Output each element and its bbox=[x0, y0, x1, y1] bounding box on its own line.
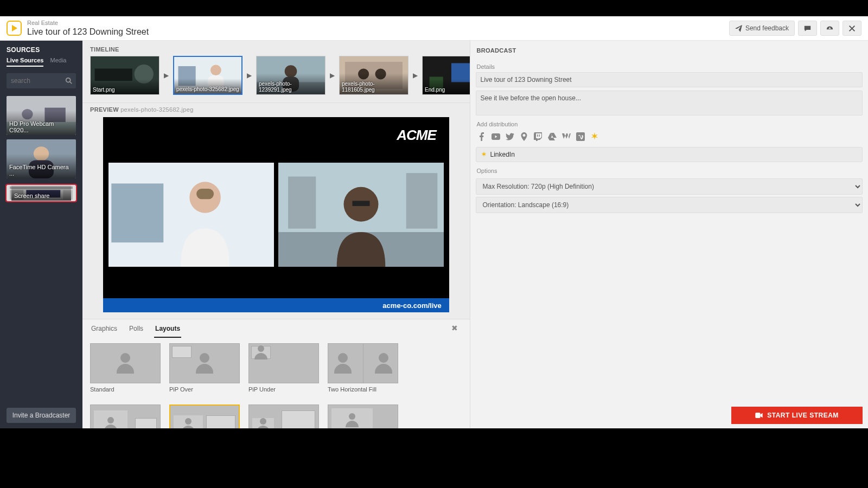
layout-option[interactable] bbox=[328, 404, 398, 428]
broadcast-title-input[interactable] bbox=[476, 72, 863, 87]
search-icon[interactable] bbox=[65, 77, 73, 86]
layout-pip-over[interactable]: PiP Over bbox=[169, 343, 240, 393]
lower-third: acme-co.com/live bbox=[103, 298, 449, 312]
details-label: Details bbox=[477, 63, 862, 70]
custom-dist-icon[interactable] bbox=[590, 132, 599, 142]
youtube-icon[interactable] bbox=[491, 132, 501, 142]
layout-two-horizontal[interactable]: Two Horizontal bbox=[169, 404, 240, 428]
resolution-select[interactable]: Max Resolution: 720p (High Definition) bbox=[476, 178, 863, 195]
preview-filename: pexels-photo-325682.jpeg bbox=[120, 106, 193, 113]
preview-stage: ACME acme-co.com/live bbox=[103, 117, 449, 312]
sources-panel: SOURCES Live Sources Media HD Pro Webcam… bbox=[0, 41, 82, 428]
breadcrumb: Real Estate bbox=[27, 20, 729, 27]
chat-icon bbox=[804, 25, 811, 32]
close-button[interactable] bbox=[843, 21, 861, 36]
timeline-item[interactable]: pexels-photo-1239291.jpeg bbox=[256, 56, 326, 95]
app-logo bbox=[7, 21, 22, 36]
close-panel-icon[interactable]: ✖ bbox=[451, 324, 458, 332]
broadcast-heading: BROADCAST bbox=[476, 41, 863, 58]
layout-two-right[interactable]: Two Right bbox=[248, 404, 319, 428]
sources-heading: SOURCES bbox=[0, 41, 82, 57]
camera-icon bbox=[755, 413, 763, 418]
svg-rect-34 bbox=[196, 189, 214, 199]
timeline: Start.png ▶ pexels-photo-325682.jpeg ▶ p… bbox=[82, 56, 470, 103]
tab-live-sources[interactable]: Live Sources bbox=[7, 57, 43, 67]
timeline-item[interactable]: pexels-photo-325682.jpeg bbox=[173, 56, 242, 95]
chat-button[interactable] bbox=[798, 21, 817, 36]
facebook-icon[interactable] bbox=[477, 132, 487, 142]
layout-two-h-fill[interactable]: Two Horizontal Fill bbox=[328, 343, 398, 393]
layouts-grid: Standard PiP Over PiP Under Two Horizont… bbox=[82, 338, 470, 428]
wistia-icon[interactable] bbox=[561, 132, 571, 142]
send-feedback-button[interactable]: Send feedback bbox=[729, 21, 795, 36]
orientation-select[interactable]: Orientation: Landscape (16:9) bbox=[476, 197, 863, 213]
page-title: Live tour of 123 Downing Street bbox=[27, 27, 729, 37]
svg-point-18 bbox=[210, 65, 221, 75]
twitch-icon[interactable] bbox=[533, 132, 543, 142]
svg-rect-37 bbox=[288, 177, 316, 229]
invite-broadcaster-button[interactable]: Invite a Broadcaster bbox=[7, 408, 76, 423]
periscope-icon[interactable] bbox=[519, 132, 529, 142]
preview-feed-left bbox=[108, 163, 274, 267]
svg-rect-43 bbox=[756, 413, 761, 418]
chevron-right-icon: ▶ bbox=[412, 72, 419, 79]
settings-button[interactable] bbox=[820, 21, 839, 36]
options-label: Options bbox=[477, 168, 862, 174]
broadcast-panel: BROADCAST Details Add distribution Linke… bbox=[470, 41, 869, 428]
preview-heading: PREVIEW bbox=[90, 106, 119, 113]
layout-pip-under[interactable]: PiP Under bbox=[248, 343, 319, 393]
layout-two-left[interactable]: Two Left bbox=[90, 404, 161, 428]
tab-graphics[interactable]: Graphics bbox=[90, 319, 118, 338]
app-header: Real Estate Live tour of 123 Downing Str… bbox=[0, 16, 868, 41]
timeline-heading: TIMELINE bbox=[82, 41, 470, 56]
source-webcam-c920[interactable]: HD Pro Webcam C920... bbox=[7, 96, 76, 135]
svg-point-0 bbox=[66, 78, 71, 82]
distribution-chip[interactable]: LinkedIn bbox=[476, 147, 863, 162]
chevron-right-icon: ▶ bbox=[163, 72, 170, 79]
source-screen-share[interactable]: Screen share bbox=[7, 185, 76, 201]
preview-feed-right bbox=[278, 163, 444, 267]
source-facetime[interactable]: FaceTime HD Camera ... bbox=[7, 139, 76, 178]
twitter-icon[interactable] bbox=[505, 132, 515, 142]
chevron-right-icon: ▶ bbox=[246, 72, 253, 79]
vimeo-icon[interactable] bbox=[576, 132, 585, 142]
tab-polls[interactable]: Polls bbox=[128, 319, 144, 338]
timeline-item[interactable]: Start.png bbox=[90, 56, 159, 95]
timeline-item[interactable]: pexels-photo-1181605.jpeg bbox=[339, 56, 409, 95]
chevron-right-icon: ▶ bbox=[329, 72, 336, 79]
svg-rect-40 bbox=[352, 201, 369, 206]
watermark: ACME bbox=[397, 127, 436, 144]
close-icon bbox=[848, 25, 856, 32]
add-distribution-label: Add distribution bbox=[477, 121, 862, 127]
svg-rect-32 bbox=[111, 183, 163, 242]
tab-media[interactable]: Media bbox=[50, 57, 66, 67]
start-live-stream-button[interactable]: START LIVE STREAM bbox=[731, 407, 863, 424]
asterisk-icon bbox=[481, 151, 487, 158]
layout-standard[interactable]: Standard bbox=[90, 343, 161, 393]
tab-layouts[interactable]: Layouts bbox=[154, 319, 181, 338]
paper-plane-icon bbox=[735, 25, 742, 32]
svg-rect-38 bbox=[406, 173, 437, 228]
broadcast-desc-input[interactable] bbox=[476, 91, 863, 115]
drive-icon[interactable] bbox=[547, 132, 557, 142]
gauge-icon bbox=[826, 25, 833, 32]
